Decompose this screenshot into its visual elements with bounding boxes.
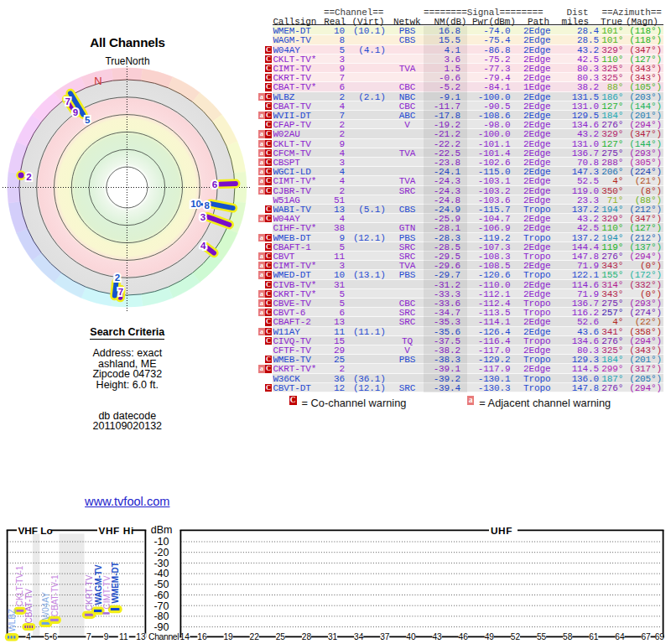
svg-text:37: 37	[380, 632, 390, 641]
svg-text:22: 22	[250, 632, 260, 641]
svg-text:CKRT-TV: CKRT-TV	[85, 574, 94, 610]
svg-text:31: 31	[328, 632, 338, 641]
svg-text:58: 58	[563, 632, 573, 641]
svg-text:4: 4	[26, 632, 31, 641]
svg-text:VHF Lo: VHF Lo	[18, 525, 52, 537]
svg-text:49: 49	[485, 632, 495, 641]
svg-text:6: 6	[53, 632, 58, 641]
svg-text:W04AY: W04AY	[41, 592, 50, 620]
svg-text:5: 5	[44, 632, 49, 641]
svg-text:7: 7	[86, 632, 91, 641]
svg-text:9: 9	[104, 632, 109, 641]
svg-text:16: 16	[197, 632, 207, 641]
svg-text:52: 52	[511, 632, 521, 641]
svg-text:64: 64	[615, 632, 625, 641]
svg-text:13: 13	[136, 632, 146, 641]
svg-text:WMEM-DT: WMEM-DT	[111, 562, 120, 603]
svg-text:40: 40	[406, 632, 416, 641]
svg-text:67: 67	[641, 632, 651, 641]
svg-text:61: 61	[589, 632, 599, 641]
svg-text:25: 25	[276, 632, 286, 641]
svg-text:WLBZ: WLBZ	[8, 609, 17, 632]
svg-text:CKLT-TV-1: CKLT-TV-1	[15, 565, 24, 606]
svg-text:11: 11	[119, 632, 128, 641]
svg-text:19: 19	[223, 632, 233, 641]
svg-text:CBAT-TV: CBAT-TV	[24, 589, 34, 624]
svg-text:46: 46	[459, 632, 469, 641]
svg-text:dBm: dBm	[151, 524, 173, 536]
svg-text:Channel: Channel	[148, 632, 179, 641]
svg-text:55: 55	[537, 632, 547, 641]
svg-text:VHF Hi: VHF Hi	[99, 525, 134, 537]
svg-text:34: 34	[354, 632, 364, 641]
svg-text:UHF: UHF	[491, 525, 512, 537]
svg-text:CBAT-TV-1: CBAT-TV-1	[50, 574, 60, 616]
svg-text:14: 14	[180, 632, 190, 641]
svg-text:28: 28	[302, 632, 312, 641]
svg-text:CIMT-TV: CIMT-TV	[102, 575, 112, 609]
svg-text:43: 43	[432, 632, 442, 641]
svg-text:69: 69	[655, 632, 665, 641]
